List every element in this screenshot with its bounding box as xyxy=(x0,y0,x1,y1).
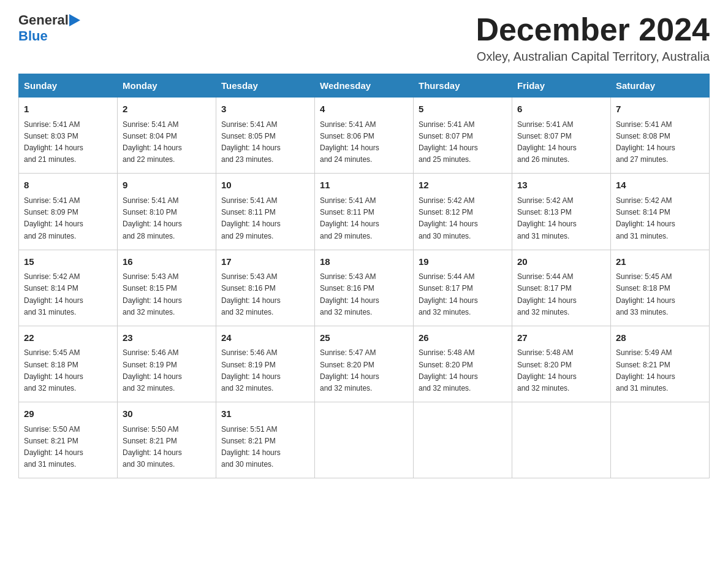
day-number: 4 xyxy=(320,102,408,117)
calendar-cell-w5-d6 xyxy=(512,402,611,478)
day-info: Sunrise: 5:51 AMSunset: 8:21 PMDaylight:… xyxy=(221,425,281,469)
calendar-cell-w3-d3: 17 Sunrise: 5:43 AMSunset: 8:16 PMDaylig… xyxy=(216,250,315,326)
day-info: Sunrise: 5:44 AMSunset: 8:17 PMDaylight:… xyxy=(419,272,478,316)
day-info: Sunrise: 5:41 AMSunset: 8:07 PMDaylight:… xyxy=(517,120,577,164)
calendar-cell-w1-d6: 6 Sunrise: 5:41 AMSunset: 8:07 PMDayligh… xyxy=(512,98,611,174)
calendar-cell-w3-d7: 21 Sunrise: 5:45 AMSunset: 8:18 PMDaylig… xyxy=(611,250,710,326)
calendar-cell-w5-d5 xyxy=(414,402,512,478)
header-saturday: Saturday xyxy=(611,74,710,98)
calendar-cell-w1-d2: 2 Sunrise: 5:41 AMSunset: 8:04 PMDayligh… xyxy=(118,98,216,174)
day-number: 21 xyxy=(616,255,704,269)
page-header: General Blue December 2024 Oxley, Austra… xyxy=(18,12,710,64)
day-info: Sunrise: 5:42 AMSunset: 8:13 PMDaylight:… xyxy=(517,196,577,240)
calendar-week-4: 22 Sunrise: 5:45 AMSunset: 8:18 PMDaylig… xyxy=(19,326,710,402)
day-info: Sunrise: 5:42 AMSunset: 8:14 PMDaylight:… xyxy=(24,272,83,316)
calendar-cell-w3-d1: 15 Sunrise: 5:42 AMSunset: 8:14 PMDaylig… xyxy=(19,250,118,326)
day-info: Sunrise: 5:46 AMSunset: 8:19 PMDaylight:… xyxy=(221,348,281,393)
day-info: Sunrise: 5:41 AMSunset: 8:08 PMDaylight:… xyxy=(616,120,675,164)
header-sunday: Sunday xyxy=(19,74,118,98)
header-monday: Monday xyxy=(118,74,216,98)
day-info: Sunrise: 5:41 AMSunset: 8:10 PMDaylight:… xyxy=(123,196,182,240)
day-number: 19 xyxy=(419,255,507,269)
weekday-header-row: Sunday Monday Tuesday Wednesday Thursday… xyxy=(19,74,710,98)
calendar-cell-w4-d3: 24 Sunrise: 5:46 AMSunset: 8:19 PMDaylig… xyxy=(216,326,315,402)
day-info: Sunrise: 5:41 AMSunset: 8:11 PMDaylight:… xyxy=(221,196,281,240)
day-info: Sunrise: 5:43 AMSunset: 8:16 PMDaylight:… xyxy=(320,272,379,316)
day-info: Sunrise: 5:41 AMSunset: 8:05 PMDaylight:… xyxy=(221,120,281,164)
day-info: Sunrise: 5:45 AMSunset: 8:18 PMDaylight:… xyxy=(24,348,83,393)
day-number: 10 xyxy=(221,178,309,193)
day-number: 29 xyxy=(24,407,112,421)
day-number: 27 xyxy=(517,331,605,345)
calendar-cell-w3-d5: 19 Sunrise: 5:44 AMSunset: 8:17 PMDaylig… xyxy=(414,250,512,326)
day-info: Sunrise: 5:47 AMSunset: 8:20 PMDaylight:… xyxy=(320,348,379,393)
day-info: Sunrise: 5:41 AMSunset: 8:04 PMDaylight:… xyxy=(123,120,182,164)
day-info: Sunrise: 5:45 AMSunset: 8:18 PMDaylight:… xyxy=(616,272,675,316)
title-section: December 2024 Oxley, Australian Capital … xyxy=(476,12,710,64)
header-friday: Friday xyxy=(512,74,611,98)
calendar-cell-w3-d2: 16 Sunrise: 5:43 AMSunset: 8:15 PMDaylig… xyxy=(118,250,216,326)
day-number: 8 xyxy=(24,178,112,193)
calendar-cell-w1-d7: 7 Sunrise: 5:41 AMSunset: 8:08 PMDayligh… xyxy=(611,98,710,174)
calendar-week-3: 15 Sunrise: 5:42 AMSunset: 8:14 PMDaylig… xyxy=(19,250,710,326)
calendar-cell-w5-d3: 31 Sunrise: 5:51 AMSunset: 8:21 PMDaylig… xyxy=(216,402,315,478)
calendar-cell-w1-d1: 1 Sunrise: 5:41 AMSunset: 8:03 PMDayligh… xyxy=(19,98,118,174)
calendar-week-2: 8 Sunrise: 5:41 AMSunset: 8:09 PMDayligh… xyxy=(19,174,710,250)
day-info: Sunrise: 5:48 AMSunset: 8:20 PMDaylight:… xyxy=(419,348,478,393)
day-number: 22 xyxy=(24,331,112,345)
logo: General Blue xyxy=(18,12,80,44)
logo-blue-text: Blue xyxy=(18,28,48,44)
day-info: Sunrise: 5:42 AMSunset: 8:14 PMDaylight:… xyxy=(616,196,675,240)
calendar-cell-w2-d4: 11 Sunrise: 5:41 AMSunset: 8:11 PMDaylig… xyxy=(315,174,414,250)
day-number: 28 xyxy=(616,331,704,345)
day-info: Sunrise: 5:41 AMSunset: 8:11 PMDaylight:… xyxy=(320,196,379,240)
day-info: Sunrise: 5:49 AMSunset: 8:21 PMDaylight:… xyxy=(616,348,675,393)
calendar-cell-w4-d2: 23 Sunrise: 5:46 AMSunset: 8:19 PMDaylig… xyxy=(118,326,216,402)
calendar-cell-w2-d2: 9 Sunrise: 5:41 AMSunset: 8:10 PMDayligh… xyxy=(118,174,216,250)
calendar-table: Sunday Monday Tuesday Wednesday Thursday… xyxy=(18,74,710,478)
day-number: 11 xyxy=(320,178,408,193)
day-info: Sunrise: 5:41 AMSunset: 8:06 PMDaylight:… xyxy=(320,120,379,164)
day-info: Sunrise: 5:41 AMSunset: 8:07 PMDaylight:… xyxy=(419,120,478,164)
day-info: Sunrise: 5:50 AMSunset: 8:21 PMDaylight:… xyxy=(123,425,182,469)
day-number: 30 xyxy=(123,407,211,421)
calendar-week-1: 1 Sunrise: 5:41 AMSunset: 8:03 PMDayligh… xyxy=(19,98,710,174)
day-number: 26 xyxy=(419,331,507,345)
day-number: 6 xyxy=(517,102,605,117)
day-number: 23 xyxy=(123,331,211,345)
calendar-cell-w4-d4: 25 Sunrise: 5:47 AMSunset: 8:20 PMDaylig… xyxy=(315,326,414,402)
day-info: Sunrise: 5:50 AMSunset: 8:21 PMDaylight:… xyxy=(24,425,83,469)
day-number: 7 xyxy=(616,102,704,117)
day-info: Sunrise: 5:48 AMSunset: 8:20 PMDaylight:… xyxy=(517,348,577,393)
calendar-cell-w2-d7: 14 Sunrise: 5:42 AMSunset: 8:14 PMDaylig… xyxy=(611,174,710,250)
calendar-cell-w2-d5: 12 Sunrise: 5:42 AMSunset: 8:12 PMDaylig… xyxy=(414,174,512,250)
calendar-cell-w4-d1: 22 Sunrise: 5:45 AMSunset: 8:18 PMDaylig… xyxy=(19,326,118,402)
logo-general-text: General xyxy=(18,12,69,28)
day-info: Sunrise: 5:42 AMSunset: 8:12 PMDaylight:… xyxy=(419,196,478,240)
header-wednesday: Wednesday xyxy=(315,74,414,98)
day-number: 1 xyxy=(24,102,112,117)
day-number: 25 xyxy=(320,331,408,345)
calendar-cell-w5-d1: 29 Sunrise: 5:50 AMSunset: 8:21 PMDaylig… xyxy=(19,402,118,478)
calendar-cell-w2-d1: 8 Sunrise: 5:41 AMSunset: 8:09 PMDayligh… xyxy=(19,174,118,250)
day-number: 18 xyxy=(320,255,408,269)
day-number: 31 xyxy=(221,407,309,421)
calendar-cell-w4-d7: 28 Sunrise: 5:49 AMSunset: 8:21 PMDaylig… xyxy=(611,326,710,402)
day-number: 3 xyxy=(221,102,309,117)
calendar-cell-w2-d3: 10 Sunrise: 5:41 AMSunset: 8:11 PMDaylig… xyxy=(216,174,315,250)
day-number: 2 xyxy=(123,102,211,117)
calendar-cell-w3-d6: 20 Sunrise: 5:44 AMSunset: 8:17 PMDaylig… xyxy=(512,250,611,326)
calendar-cell-w5-d2: 30 Sunrise: 5:50 AMSunset: 8:21 PMDaylig… xyxy=(118,402,216,478)
calendar-cell-w5-d7 xyxy=(611,402,710,478)
day-info: Sunrise: 5:44 AMSunset: 8:17 PMDaylight:… xyxy=(517,272,577,316)
header-tuesday: Tuesday xyxy=(216,74,315,98)
day-number: 9 xyxy=(123,178,211,193)
day-info: Sunrise: 5:41 AMSunset: 8:09 PMDaylight:… xyxy=(24,196,83,240)
header-thursday: Thursday xyxy=(414,74,512,98)
day-number: 5 xyxy=(419,102,507,117)
svg-marker-0 xyxy=(69,14,80,26)
day-info: Sunrise: 5:43 AMSunset: 8:16 PMDaylight:… xyxy=(221,272,281,316)
calendar-cell-w1-d4: 4 Sunrise: 5:41 AMSunset: 8:06 PMDayligh… xyxy=(315,98,414,174)
day-number: 15 xyxy=(24,255,112,269)
logo-arrow-icon xyxy=(69,14,80,26)
